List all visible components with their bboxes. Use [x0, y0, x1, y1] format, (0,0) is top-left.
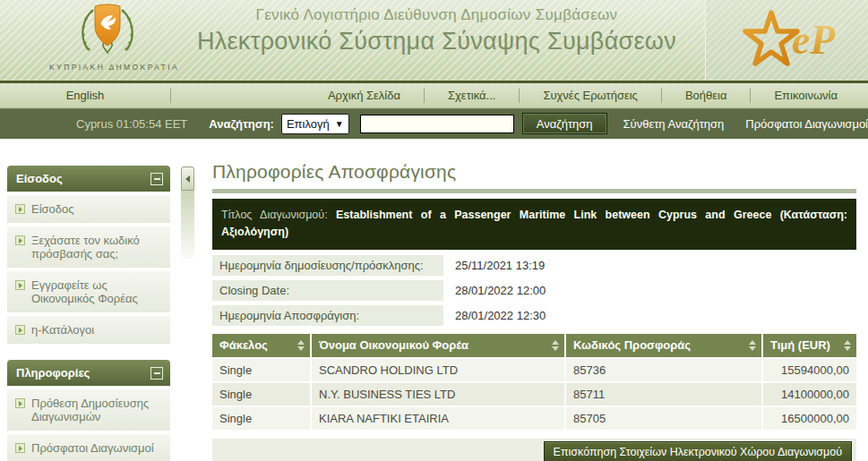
sidebar-section-information: Πληροφορίες Πρόθεση Δημοσίευσης Διαγωνισ… — [7, 360, 170, 461]
nav-separator — [750, 89, 751, 103]
sidebar-item-login[interactable]: Είσοδος — [7, 195, 170, 223]
sort-icon[interactable] — [844, 340, 851, 351]
page-title: Πληροφορίες Αποσφράγισης — [212, 161, 856, 183]
table-row: Single N.Y. BUSINESS TIES LTD 85711 1410… — [212, 382, 856, 406]
nav-item-faq[interactable]: Συχνές Ερωτήσεις — [543, 89, 638, 102]
arrow-right-icon — [15, 280, 25, 290]
search-category-value: Επιλογή — [287, 117, 330, 131]
sort-icon[interactable] — [297, 340, 305, 351]
app-header: ΚΥΠΡΙΑΚΗ ΔΗΜΟΚΡΑΤΙΑ Γενικό Λογιστήριο Δι… — [0, 0, 868, 83]
sidebar-item-recent-tenders[interactable]: Πρόσφατοι Διαγωνισμοί — [7, 434, 170, 461]
column-header-price[interactable]: Τιμή (EUR) — [762, 334, 856, 358]
ep-logo: eP — [705, 0, 868, 81]
table-header-row: Φάκελος Όνομα Οικονομικού Φορέα Κωδικός … — [212, 334, 856, 358]
arrow-right-icon — [15, 443, 25, 453]
sidebar-item-forgot-password[interactable]: Ξεχάσατε τον κωδικό πρόσβασής σας; — [7, 226, 170, 268]
sidebar-section-title: Πληροφορίες — [16, 366, 90, 380]
chevron-down-icon: ▼ — [335, 119, 344, 129]
sort-icon[interactable] — [552, 340, 559, 351]
column-header-folder[interactable]: Φάκελος — [212, 334, 311, 358]
arrow-right-icon — [15, 398, 25, 408]
nav-item-about[interactable]: Σχετικά... — [448, 89, 495, 102]
arrow-right-icon — [15, 204, 25, 214]
tender-info: Ημερομηνία δημοσίευσης/πρόσκλησης: 25/11… — [212, 255, 856, 326]
nav-item-contact[interactable]: Επικοινωνία — [774, 89, 838, 102]
sidebar-collapse-handle[interactable] — [181, 166, 194, 260]
nav-separator — [424, 89, 425, 103]
sidebar: Είσοδος Είσοδος Ξεχάσατε τον κωδικό πρόσ… — [7, 166, 170, 461]
collapse-section-icon[interactable] — [150, 173, 163, 185]
sidebar-item-publication-intent[interactable]: Πρόθεση Δημοσίευσης Διαγωνισμών — [7, 389, 170, 431]
title-divider — [212, 189, 856, 193]
arrow-left-icon[interactable] — [181, 166, 194, 191]
sidebar-section-title: Είσοδος — [16, 172, 63, 185]
arrow-right-icon — [15, 235, 25, 245]
nav-item-home[interactable]: Αρχική Σελίδα — [328, 89, 400, 102]
collapse-handle-track — [181, 191, 194, 259]
table-row: Single KIARA NAFTIKI ETAIRIA 85705 16500… — [212, 406, 856, 430]
sort-icon[interactable] — [749, 340, 756, 351]
sidebar-section-header: Πληροφορίες — [7, 360, 170, 386]
nav-item-english[interactable]: English — [66, 89, 105, 102]
site-titles: Γενικό Λογιστήριο Διεύθυνση Δημοσίων Συμ… — [193, 6, 681, 55]
arrow-right-icon — [15, 325, 25, 335]
tender-title-banner: Τίτλος Διαγωνισμού: Establishment of a P… — [212, 199, 856, 250]
coat-of-arms-icon — [61, 3, 154, 58]
collapse-section-icon[interactable] — [150, 367, 163, 380]
site-subtitle: Γενικό Λογιστήριο Διεύθυνση Δημοσίων Συμ… — [193, 6, 681, 24]
table-row: Single SCANDRO HOLDING LTD 85736 1559400… — [212, 358, 856, 382]
info-row-closing: Closing Date: 28/01/2022 12:00 — [212, 280, 856, 301]
advanced-search-link[interactable]: Σύνθετη Αναζήτηση — [623, 117, 725, 131]
view-tender-workspace-button[interactable]: Επισκόπηση Στοιχείων Ηλεκτρονικού Χώρου … — [544, 441, 852, 461]
ep-logo-text: eP — [792, 20, 836, 61]
emblem-caption: ΚΥΠΡΙΑΚΗ ΔΗΜΟΚΡΑΤΙΑ — [49, 63, 166, 72]
site-title: Ηλεκτρονικό Σύστημα Σύναψης Συμβάσεων — [193, 28, 681, 55]
search-input[interactable] — [360, 115, 514, 133]
info-row-publication: Ημερομηνία δημοσίευσης/πρόσκλησης: 25/11… — [212, 255, 856, 276]
column-header-bid-code[interactable]: Κωδικός Προσφοράς — [565, 334, 762, 358]
action-bar: Επισκόπηση Στοιχείων Ηλεκτρονικού Χώρου … — [212, 439, 856, 461]
search-label: Αναζήτηση: — [209, 117, 274, 131]
server-clock: Cyprus 01:05:54 EET — [76, 117, 187, 131]
sidebar-item-ecatalogues[interactable]: η-Κατάλογοι — [7, 316, 170, 344]
recent-tenders-link[interactable]: Πρόσφατοι Διαγωνισμοί — [745, 117, 868, 131]
bids-table: Φάκελος Όνομα Οικονομικού Φορέα Κωδικός … — [212, 334, 856, 430]
search-bar: Cyprus 01:05:54 EET Αναζήτηση: Επιλογή ▼… — [0, 108, 868, 139]
column-header-operator-name[interactable]: Όνομα Οικονομικού Φορέα — [311, 334, 565, 358]
main-content: Πληροφορίες Αποσφράγισης Τίτλος Διαγωνισ… — [212, 161, 856, 461]
sidebar-item-register-operator[interactable]: Εγγραφείτε ως Οικονομικός Φορέας — [7, 271, 170, 312]
sidebar-section-header: Είσοδος — [7, 166, 170, 192]
nav-separator — [170, 89, 171, 103]
cyprus-emblem: ΚΥΠΡΙΑΚΗ ΔΗΜΟΚΡΑΤΙΑ — [49, 3, 166, 72]
nav-separator — [519, 89, 520, 103]
search-button[interactable]: Αναζήτηση — [522, 113, 607, 134]
nav-item-help[interactable]: Βοήθεια — [685, 89, 727, 102]
nav-separator — [661, 89, 662, 103]
tender-title-label: Τίτλος Διαγωνισμού: — [221, 209, 328, 221]
sidebar-section-login: Είσοδος Είσοδος Ξεχάσατε τον κωδικό πρόσ… — [7, 166, 170, 344]
top-navigation: English Αρχική Σελίδα Σχετικά... Συχνές … — [0, 83, 868, 108]
info-row-unsealing: Ημερομηνία Αποσφράγιση: 28/01/2022 12:30 — [212, 305, 856, 326]
search-category-select[interactable]: Επιλογή ▼ — [281, 114, 349, 134]
